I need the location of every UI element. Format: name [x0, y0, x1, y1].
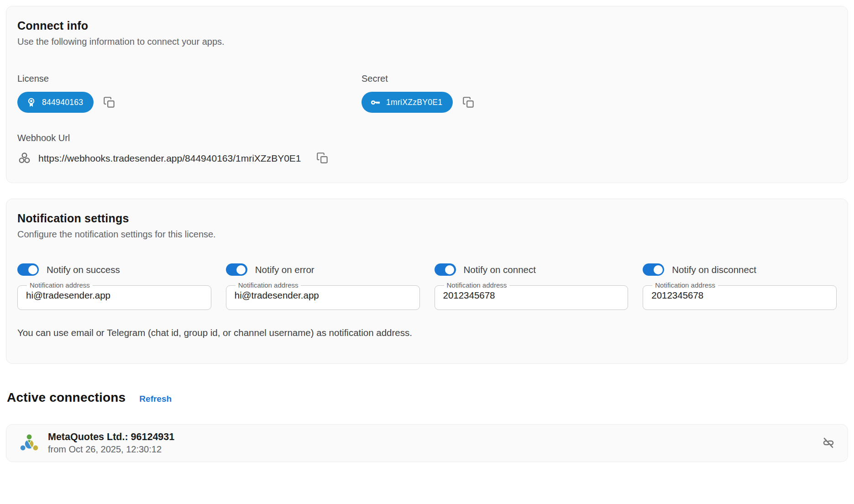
notification-settings-subtitle: Configure the notification settings for …	[17, 229, 837, 240]
notification-note: You can use email or Telegram (chat id, …	[17, 327, 837, 338]
notification-address-label: Notification address	[236, 282, 301, 289]
webhook-icon	[17, 151, 31, 165]
notify-disconnect-column: Notify on disconnect Notification addres…	[643, 263, 837, 310]
notify-error-row: Notify on error	[226, 263, 420, 276]
secret-column: Secret 1mriXZzBY0E1	[362, 74, 837, 113]
notify-error-column: Notify on error Notification address	[226, 263, 420, 310]
notify-success-address-field: Notification address	[17, 282, 211, 310]
notify-success-label: Notify on success	[47, 264, 120, 275]
notify-disconnect-address-field: Notification address	[643, 282, 837, 310]
notify-disconnect-label: Notify on disconnect	[672, 264, 756, 275]
notify-connect-row: Notify on connect	[435, 263, 629, 276]
connect-info-card: Connect info Use the following informati…	[6, 6, 848, 183]
notify-success-address-input[interactable]	[24, 289, 204, 308]
notify-connect-address-input[interactable]	[441, 289, 622, 308]
license-column: License 844940163	[17, 74, 362, 113]
notification-address-label: Notification address	[444, 282, 510, 289]
secret-label: Secret	[362, 74, 837, 84]
notification-address-label: Notification address	[27, 282, 93, 289]
notify-success-column: Notify on success Notification address	[17, 263, 211, 310]
notify-error-label: Notify on error	[255, 264, 314, 275]
webhook-row: https://webhooks.tradesender.app/8449401…	[17, 151, 837, 165]
key-icon	[370, 97, 381, 108]
connect-info-title: Connect info	[17, 19, 837, 32]
copy-secret-button[interactable]	[462, 96, 475, 109]
connect-info-grid: License 844940163	[17, 74, 837, 113]
notify-disconnect-toggle[interactable]	[643, 263, 664, 276]
notification-grid: Notify on success Notification address N…	[17, 263, 837, 310]
notify-connect-address-field: Notification address	[435, 282, 629, 310]
connection-row: MetaQuotes Ltd.: 96124931 from Oct 26, 2…	[6, 424, 848, 462]
award-icon	[26, 97, 37, 108]
license-row: 844940163	[17, 92, 362, 113]
notification-address-label: Notification address	[652, 282, 718, 289]
copy-license-button[interactable]	[103, 96, 115, 109]
notification-settings-card: Notification settings Configure the noti…	[6, 199, 848, 364]
copy-webhook-button[interactable]	[316, 152, 329, 164]
secret-badge: 1mriXZzBY0E1	[362, 92, 453, 113]
webhook-label: Webhook Url	[17, 133, 837, 143]
copy-icon	[462, 96, 475, 109]
license-value: 844940163	[42, 98, 83, 107]
copy-icon	[316, 152, 329, 164]
notification-settings-title: Notification settings	[17, 212, 837, 225]
notify-disconnect-address-input[interactable]	[650, 289, 830, 308]
secret-value: 1mriXZzBY0E1	[386, 98, 442, 107]
page: Connect info Use the following informati…	[0, 0, 854, 462]
connection-text: MetaQuotes Ltd.: 96124931 from Oct 26, 2…	[48, 431, 174, 455]
connection-since: from Oct 26, 2025, 12:30:12	[48, 444, 174, 455]
license-badge: 844940163	[17, 92, 94, 113]
active-connections-header: Active connections Refresh	[7, 390, 848, 405]
copy-icon	[103, 96, 115, 109]
connect-info-subtitle: Use the following information to connect…	[17, 37, 837, 47]
secret-row: 1mriXZzBY0E1	[362, 92, 837, 113]
notify-success-toggle[interactable]	[17, 263, 39, 276]
refresh-button[interactable]: Refresh	[139, 394, 172, 404]
metatrader-logo-icon	[18, 432, 40, 454]
active-connections-title: Active connections	[7, 390, 126, 405]
notify-connect-toggle[interactable]	[435, 263, 456, 276]
link-off-icon	[821, 436, 836, 450]
notify-connect-label: Notify on connect	[464, 264, 536, 275]
disconnect-button[interactable]	[821, 436, 836, 450]
webhook-url: https://webhooks.tradesender.app/8449401…	[38, 153, 301, 164]
notify-error-address-field: Notification address	[226, 282, 420, 310]
notify-disconnect-row: Notify on disconnect	[643, 263, 837, 276]
license-label: License	[17, 74, 362, 84]
notify-error-toggle[interactable]	[226, 263, 247, 276]
notify-connect-column: Notify on connect Notification address	[435, 263, 629, 310]
connection-name: MetaQuotes Ltd.: 96124931	[48, 431, 174, 443]
notify-error-address-input[interactable]	[233, 289, 413, 308]
notify-success-row: Notify on success	[17, 263, 211, 276]
